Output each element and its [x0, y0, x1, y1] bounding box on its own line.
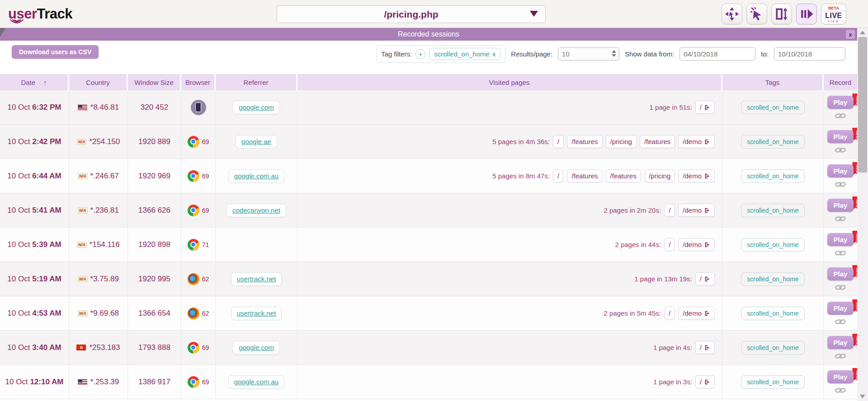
- exit-page-icon: [704, 379, 710, 385]
- session-record: NEWPlay: [824, 262, 857, 296]
- visited-page-chip[interactable]: /demo: [678, 238, 715, 251]
- session-link-icon[interactable]: [835, 249, 846, 256]
- session-window-size: 1386 917: [128, 365, 181, 399]
- date-from-input[interactable]: [679, 47, 755, 61]
- session-link-icon[interactable]: [835, 387, 846, 394]
- referrer-link[interactable]: codecanyon.net: [232, 206, 280, 214]
- play-session-button[interactable]: Play: [827, 336, 854, 349]
- move-arrows-icon: [725, 7, 739, 21]
- download-csv-button[interactable]: Download users as CSV: [12, 45, 99, 59]
- visited-page-chip[interactable]: /: [695, 101, 715, 114]
- visited-page-chip[interactable]: /: [664, 238, 675, 251]
- visited-page-chip[interactable]: /: [664, 204, 675, 217]
- exit-page-icon: [704, 104, 710, 111]
- session-browser: 69: [181, 331, 216, 364]
- visited-page-chip[interactable]: /: [695, 375, 715, 388]
- play-session-button[interactable]: Play: [827, 130, 854, 143]
- session-browser: 69: [181, 125, 216, 159]
- visited-page-chip[interactable]: /demo: [678, 169, 715, 182]
- play-session-button[interactable]: Play: [827, 233, 854, 246]
- scroll-heatmap-tool-button[interactable]: [771, 4, 792, 24]
- session-row: 10 Oct 5:39 AMN/A*154.1161920 898712 pag…: [0, 228, 857, 262]
- session-date: 10 Oct 3:40 AM: [0, 331, 69, 364]
- referrer-link[interactable]: google.com: [239, 103, 274, 111]
- panel-close-button[interactable]: x: [846, 30, 855, 39]
- move-heatmap-tool-button[interactable]: [722, 4, 742, 24]
- visited-page-chip[interactable]: /demo: [678, 135, 715, 148]
- referrer-link[interactable]: google.com.au: [234, 378, 278, 386]
- play-session-button[interactable]: Play: [827, 199, 854, 212]
- visited-page-chip[interactable]: /features: [606, 169, 641, 182]
- session-window-size: 320 452: [128, 90, 181, 124]
- visited-page-chip[interactable]: /pricing: [644, 169, 675, 182]
- visited-page-chip[interactable]: /: [664, 307, 675, 320]
- session-link-icon[interactable]: [835, 146, 846, 154]
- referrer-link[interactable]: google.ae: [241, 138, 271, 145]
- session-referrer: google.com.au: [216, 159, 297, 193]
- referrer-link[interactable]: usertrack.net: [237, 309, 276, 317]
- session-link-icon[interactable]: [835, 181, 846, 188]
- results-per-page-select[interactable]: 10: [558, 47, 619, 61]
- column-header-window-size[interactable]: Window Size: [128, 74, 181, 90]
- play-session-button[interactable]: Play: [827, 164, 854, 177]
- referrer-link[interactable]: google.com: [239, 344, 274, 351]
- scrollbar-down-button[interactable]: [857, 392, 868, 401]
- browser-version: 69: [202, 207, 209, 214]
- date-to-input[interactable]: [774, 47, 845, 61]
- session-tags: scrolled_on_home: [722, 331, 824, 364]
- session-browser: 62: [181, 262, 216, 296]
- column-header-date[interactable]: Date ↑: [0, 74, 69, 90]
- visited-page-chip[interactable]: /: [695, 341, 715, 354]
- vertical-scrollbar[interactable]: [857, 28, 868, 401]
- column-header-record[interactable]: Record: [824, 74, 857, 90]
- active-tag-filter-chip[interactable]: scrolled_on_homex: [429, 48, 500, 60]
- active-tag-filter-label: scrolled_on_home: [434, 50, 490, 58]
- visited-page-chip[interactable]: /: [553, 169, 564, 182]
- dropdown-caret-icon: [530, 11, 538, 17]
- visited-page-chip[interactable]: /demo: [678, 204, 715, 217]
- live-view-button[interactable]: BETA LIVE view: [821, 4, 846, 24]
- scrollbar-up-button[interactable]: [857, 28, 868, 37]
- session-link-icon[interactable]: [835, 318, 846, 325]
- session-link-icon[interactable]: [835, 215, 846, 222]
- session-link-icon[interactable]: [835, 112, 846, 119]
- visited-page-chip[interactable]: /demo: [678, 307, 715, 320]
- session-visited-pages: 5 pages in 4m 36s://features/pricing/fea…: [297, 125, 722, 159]
- results-per-page-label: Results/page:: [511, 50, 552, 58]
- visited-page-chip[interactable]: /features: [567, 135, 602, 148]
- page-selector-dropdown[interactable]: /pricing.php: [277, 5, 546, 23]
- visited-page-chip[interactable]: /pricing: [606, 135, 637, 148]
- scrollbar-thumb[interactable]: [858, 37, 867, 173]
- session-visited-pages: 1 page in 13m 19s:/: [297, 262, 722, 296]
- visit-summary: 5 pages in 8m 47s:: [492, 172, 550, 180]
- add-tag-filter-button[interactable]: +: [415, 49, 425, 59]
- play-session-button[interactable]: Play: [827, 267, 854, 280]
- visit-summary: 1 page in 4s:: [653, 344, 692, 351]
- referrer-link[interactable]: usertrack.net: [237, 275, 276, 283]
- visited-page-chip[interactable]: /features: [640, 135, 675, 148]
- session-tag-chip: scrolled_on_home: [741, 307, 804, 320]
- session-link-icon[interactable]: [835, 352, 846, 359]
- click-heatmap-tool-button[interactable]: [746, 4, 767, 24]
- play-session-button[interactable]: Play: [827, 302, 854, 315]
- visited-page-chip[interactable]: /: [553, 135, 564, 148]
- session-country: N/A*.236.81: [69, 193, 128, 227]
- session-country: N/A*3.75.89: [69, 262, 128, 296]
- column-header-visited-pages[interactable]: Visited pages: [297, 74, 722, 90]
- column-header-browser[interactable]: Browser: [181, 74, 216, 90]
- column-header-tags[interactable]: Tags: [722, 74, 824, 90]
- session-record: NEWPlay: [824, 125, 857, 159]
- session-visited-pages: 1 page in 3s:/: [297, 365, 722, 399]
- session-link-icon[interactable]: [835, 284, 846, 291]
- visited-page-chip[interactable]: /: [695, 272, 715, 285]
- click-cursor-icon: [750, 7, 764, 21]
- referrer-link[interactable]: google.com.au: [234, 172, 278, 180]
- column-header-country[interactable]: Country: [69, 74, 128, 90]
- visited-page-chip[interactable]: /features: [567, 169, 602, 182]
- play-session-button[interactable]: Play: [827, 96, 854, 109]
- remove-tag-filter-button[interactable]: x: [492, 50, 496, 58]
- column-header-referrer[interactable]: Referrer: [216, 74, 297, 90]
- session-recordings-tool-button[interactable]: [796, 4, 817, 24]
- na-flag-icon: N/A: [78, 276, 88, 282]
- play-session-button[interactable]: Play: [827, 370, 854, 383]
